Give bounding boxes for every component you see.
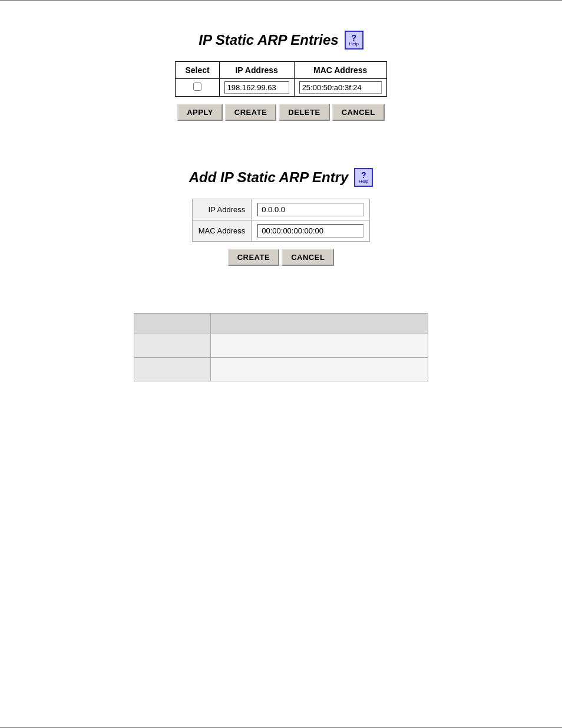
empty-row1-col2 (211, 334, 428, 358)
empty-row2-col2 (211, 358, 428, 381)
empty-row2-col1 (134, 358, 211, 381)
section2-button-row: CREATE CANCEL (228, 249, 335, 266)
section1-help-icon[interactable]: ? Help (345, 31, 363, 50)
section2-title: Add IP Static ARP Entry (189, 169, 349, 186)
empty-row1-col1 (134, 334, 211, 358)
col-header-ip: IP Address (219, 62, 294, 79)
add-form-table: IP Address MAC Address (192, 199, 370, 242)
ip-address-row: IP Address (192, 199, 369, 220)
mac-address-input-cell[interactable] (252, 220, 370, 242)
mac-address-label: MAC Address (192, 220, 251, 242)
section2-title-area: Add IP Static ARP Entry ? Help (189, 168, 373, 187)
empty-table-row-2 (134, 358, 428, 381)
section2-help-icon[interactable]: ? Help (354, 168, 373, 187)
row-mac-cell[interactable] (294, 79, 386, 97)
arp-entries-table: Select IP Address MAC Address (175, 61, 386, 97)
ip-address-label: IP Address (192, 199, 251, 220)
col-header-mac: MAC Address (294, 62, 386, 79)
empty-table (134, 313, 428, 381)
cancel-button-1[interactable]: CANCEL (332, 104, 385, 121)
empty-header-col2 (211, 314, 428, 334)
section-arp-entries: IP Static ARP Entries ? Help Select IP A… (0, 31, 562, 121)
ip-address-input-cell[interactable] (252, 199, 370, 220)
create-button-1[interactable]: CREATE (225, 104, 276, 121)
empty-table-header-row (134, 314, 428, 334)
empty-header-col1 (134, 314, 211, 334)
section1-title: IP Static ARP Entries (199, 32, 338, 48)
row-checkbox[interactable] (193, 83, 201, 91)
row-select-cell[interactable] (176, 79, 219, 97)
create-button-2[interactable]: CREATE (228, 249, 279, 266)
row-ip-cell[interactable] (219, 79, 294, 97)
apply-button[interactable]: APPLY (177, 104, 223, 121)
table-row (176, 79, 386, 97)
section1-title-area: IP Static ARP Entries ? Help (199, 31, 363, 50)
col-header-select: Select (176, 62, 219, 79)
delete-button[interactable]: DELETE (279, 104, 329, 121)
row-ip-input[interactable] (224, 81, 289, 94)
ip-address-input[interactable] (257, 203, 363, 216)
section1-button-row: APPLY CREATE DELETE CANCEL (177, 104, 385, 121)
mac-address-input[interactable] (257, 224, 363, 238)
cancel-button-2[interactable]: CANCEL (282, 249, 334, 266)
mac-address-row: MAC Address (192, 220, 369, 242)
row-mac-input[interactable] (299, 81, 382, 94)
section-empty-table (0, 313, 562, 381)
empty-table-row-1 (134, 334, 428, 358)
section-add-arp: Add IP Static ARP Entry ? Help IP Addres… (0, 168, 562, 266)
